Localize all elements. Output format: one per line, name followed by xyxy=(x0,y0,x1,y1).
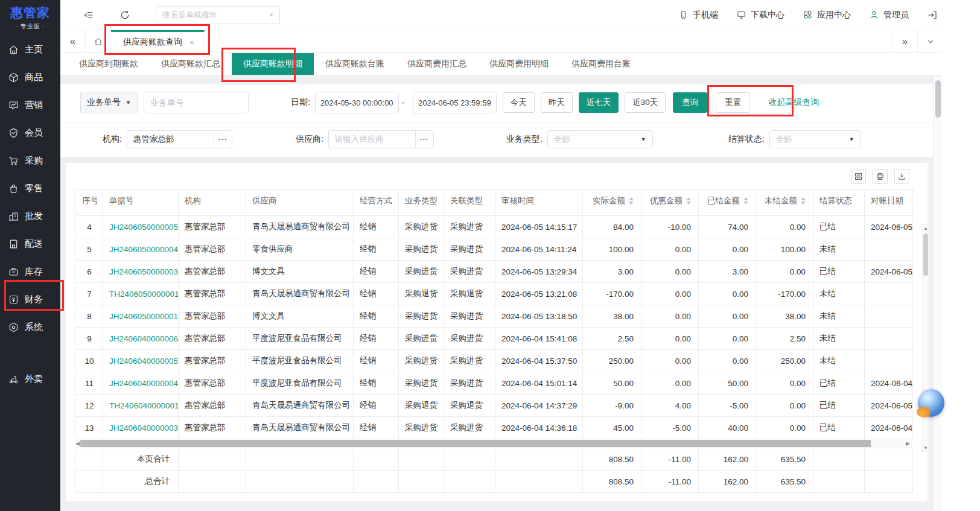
column-header-actual[interactable]: 实际金额 xyxy=(583,190,641,212)
hscroll-thumb[interactable] xyxy=(80,440,871,447)
hscroll-left-arrow-icon[interactable]: ◀ xyxy=(75,440,80,446)
column-header-discount[interactable]: 优惠金额 xyxy=(641,190,699,212)
sidebar-item-system[interactable]: 系统 xyxy=(0,313,60,341)
supplier-picker-ellipsis-icon[interactable]: ··· xyxy=(415,131,433,148)
sidebar-item-takeout[interactable]: 外卖 xyxy=(0,365,60,393)
collapse-advanced-query-link[interactable]: 收起高级查询 xyxy=(768,97,819,108)
user-menu[interactable]: 管理员 xyxy=(869,10,909,21)
subtab-2[interactable]: 供应商账款明细 xyxy=(232,53,314,75)
sidebar-item-home[interactable]: 主页 xyxy=(0,36,60,63)
reset-button[interactable]: 重置 xyxy=(716,92,750,113)
tabs-scroll-right-icon[interactable]: » xyxy=(892,30,917,52)
subtab-6[interactable]: 供应商费用台账 xyxy=(560,53,642,75)
vertical-scrollbar[interactable]: ▲ ▼ xyxy=(922,224,929,452)
cell-time: 2024-06-04 15:01:14 xyxy=(495,372,583,395)
sort-icon[interactable] xyxy=(686,197,691,205)
mobile-link[interactable]: 手机端 xyxy=(678,10,718,21)
subtab-3[interactable]: 供应商账款台账 xyxy=(314,53,396,75)
sidebar-item-retail[interactable]: 零售 xyxy=(0,174,60,202)
doc-number-link[interactable]: JH2406040000006 xyxy=(109,334,178,343)
sidebar-item-marketing[interactable]: 营销 xyxy=(0,91,60,119)
sort-icon[interactable] xyxy=(743,197,748,205)
sidebar-menu: 主页商品营销会员采购零售批发配送库存财务系统 xyxy=(0,36,60,341)
doc-number-link[interactable]: JH2406040000005 xyxy=(109,357,178,366)
doc-number-link[interactable]: JH2406040000004 xyxy=(109,379,178,388)
column-settings-button[interactable] xyxy=(851,169,866,184)
assistant-floating-bubble[interactable] xyxy=(918,389,944,417)
cell-empty xyxy=(444,448,495,471)
hscroll-right-arrow-icon[interactable]: ▶ xyxy=(906,440,910,446)
quick-date-button[interactable]: 近七天 xyxy=(579,92,619,113)
cell-empty xyxy=(865,448,913,471)
cell-empty xyxy=(354,471,399,493)
sidebar-item-wholesale[interactable]: 批发 xyxy=(0,202,60,230)
cell-biz: 采购进货 xyxy=(399,417,444,439)
doc-number-link[interactable]: JH2406040000003 xyxy=(109,424,178,433)
org-select[interactable]: 惠管家总部 ··· xyxy=(127,130,232,148)
doc-number-link[interactable]: JH2406050000003 xyxy=(109,267,178,276)
doc-type-select[interactable]: 业务单号▼ xyxy=(80,92,138,113)
cell-settled: -5.00 xyxy=(699,395,756,417)
column-header-unsettled[interactable]: 未结金额 xyxy=(756,190,813,212)
cell-rel: 采购进货 xyxy=(444,350,495,372)
sort-icon[interactable] xyxy=(801,197,806,205)
wholesale-icon xyxy=(8,211,19,222)
doc-number-link[interactable]: JH2406050000005 xyxy=(109,223,178,232)
tab-supplier-account-query[interactable]: 供应商账款查询 × xyxy=(111,30,205,52)
vscroll-thumb[interactable] xyxy=(923,233,928,276)
column-header-settled[interactable]: 已结金额 xyxy=(699,190,756,212)
date-from-input[interactable]: 2024-05-30 00:00:00 xyxy=(315,92,399,113)
settle-status-select[interactable]: 全部 ▼ xyxy=(769,130,861,148)
quick-date-button[interactable]: 昨天 xyxy=(541,92,573,113)
menu-search-input[interactable] xyxy=(162,10,269,19)
sidebar-item-inventory[interactable]: 库存 xyxy=(0,258,60,285)
doc-no-input[interactable] xyxy=(144,92,249,113)
export-button[interactable] xyxy=(894,169,909,184)
tabs-menu-chevron-icon[interactable] xyxy=(917,30,943,52)
sidebar-item-member[interactable]: 会员 xyxy=(0,119,60,147)
sidebar-collapse-icon[interactable] xyxy=(83,10,94,21)
cell-discount: 0.00 xyxy=(641,261,699,283)
refresh-icon[interactable] xyxy=(119,10,130,21)
quick-date-button[interactable]: 近30天 xyxy=(625,92,666,113)
sidebar-item-purchase[interactable]: 采购 xyxy=(0,147,60,174)
doc-number-link[interactable]: JH2406050000004 xyxy=(109,245,178,254)
query-button[interactable]: 查询 xyxy=(673,92,707,113)
doc-number-link[interactable]: TH2406040000001 xyxy=(109,401,179,410)
app-center-link[interactable]: 应用中心 xyxy=(803,10,851,21)
subtab-0[interactable]: 供应商到期账款 xyxy=(68,53,150,75)
sort-icon[interactable] xyxy=(629,197,634,205)
total-settled: 162.00 xyxy=(699,471,756,493)
horizontal-scrollbar[interactable]: ◀ ▶ xyxy=(75,439,912,448)
org-picker-ellipsis-icon[interactable]: ··· xyxy=(214,131,232,148)
cell-empty xyxy=(813,471,865,493)
vscroll-up-arrow-icon[interactable]: ▲ xyxy=(923,226,929,231)
doc-number-link[interactable]: TH2406050000001 xyxy=(109,290,179,299)
subtab-5[interactable]: 供应商费用明细 xyxy=(478,53,560,75)
quick-date-button[interactable]: 今天 xyxy=(503,92,535,113)
subtab-1[interactable]: 供应商账款汇总 xyxy=(150,53,232,75)
menu-search-box[interactable]: ▼ xyxy=(156,6,280,24)
table-row: 9JH2406040000006惠管家总部平度波尼亚食品有限公司经销采购进货采购… xyxy=(76,328,913,350)
sidebar-item-finance[interactable]: 财务 xyxy=(0,285,60,313)
vscroll-down-arrow-icon[interactable]: ▼ xyxy=(923,445,929,451)
tabs-scroll-left-icon[interactable]: « xyxy=(60,30,86,52)
sidebar-item-goods[interactable]: 商品 xyxy=(0,63,60,91)
biz-type-select[interactable]: 全部 ▼ xyxy=(547,130,653,148)
page-scroll-thumb[interactable] xyxy=(935,80,941,118)
cell-no: 8 xyxy=(76,305,103,328)
cell-time: 2024-06-04 14:37:29 xyxy=(495,395,583,417)
date-to-input[interactable]: 2024-06-05 23:59:59 xyxy=(413,92,497,113)
print-button[interactable] xyxy=(873,169,888,184)
cell-actual: 100.00 xyxy=(583,238,641,261)
supplier-select[interactable]: 请输入供应商 ··· xyxy=(328,130,434,148)
tab-close-icon[interactable]: × xyxy=(189,38,194,47)
logout-icon[interactable] xyxy=(927,10,938,21)
home-tab-icon[interactable] xyxy=(86,30,111,52)
download-center-link[interactable]: 下载中心 xyxy=(736,10,784,21)
sidebar-item-delivery[interactable]: 配送 xyxy=(0,230,60,258)
subtab-4[interactable]: 供应商费用汇总 xyxy=(396,53,478,75)
table-row: 10JH2406040000005惠管家总部平度波尼亚食品有限公司经销采购进货采… xyxy=(76,350,913,372)
doc-number-link[interactable]: JH2406050000001 xyxy=(109,312,178,321)
page-scrollbar[interactable] xyxy=(933,77,942,511)
